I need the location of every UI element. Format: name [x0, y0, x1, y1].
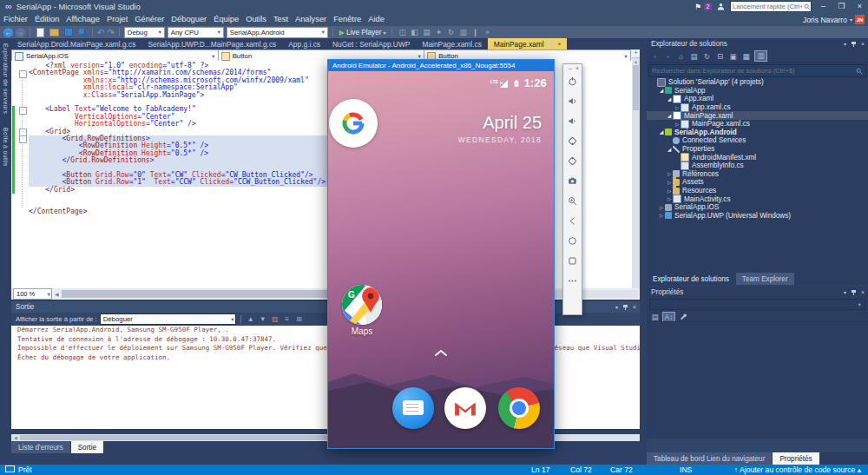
user-menu-caret-icon[interactable]: ▾ — [850, 16, 852, 23]
tree-item-assemblyinfo-cs[interactable]: AssemblyInfo.cs — [647, 162, 868, 170]
tree-open-arrow-icon[interactable]: ◢ — [666, 147, 673, 152]
solution-explorer-search[interactable] — [648, 64, 866, 77]
tree-closed-arrow-icon[interactable]: ▷ — [666, 188, 673, 194]
properties-grid[interactable] — [647, 321, 868, 439]
maps-app-icon[interactable]: G — [342, 285, 382, 325]
navigate-forward-button[interactable]: → — [16, 28, 25, 37]
tree-closed-arrow-icon[interactable]: ▷ — [666, 180, 673, 185]
platform-select[interactable]: Any CPU▼ — [168, 27, 224, 38]
tree-item-app-xaml-cs[interactable]: ▷App.xaml.cs — [647, 103, 868, 112]
previous-message-icon[interactable]: ▲ — [246, 315, 256, 323]
live-player-button[interactable]: ▶ Live Player ▾ — [338, 29, 388, 36]
home-icon[interactable] — [564, 231, 582, 251]
panel-tab-team-explorer[interactable]: Team Explorer — [736, 273, 794, 285]
next-message-icon[interactable]: ▼ — [258, 315, 268, 323]
back-icon[interactable] — [564, 211, 582, 231]
scrollbar-thumb[interactable] — [633, 65, 639, 110]
tree-open-arrow-icon[interactable]: ◢ — [666, 113, 673, 118]
bookmark-next-icon[interactable]: » — [482, 28, 492, 36]
quick-launch-input[interactable] — [731, 3, 804, 10]
target-device-icon[interactable]: ◫ — [397, 28, 407, 36]
menu-analyser[interactable]: Analyser — [292, 13, 330, 26]
tree-closed-arrow-icon[interactable]: ▷ — [666, 196, 673, 201]
pin-icon[interactable] — [549, 41, 555, 47]
navigate-back-button[interactable]: ← — [3, 28, 13, 37]
menu-fenetre[interactable]: Fenêtre — [330, 13, 365, 26]
window-position-caret-icon[interactable]: ▾ — [844, 289, 846, 295]
tree-closed-arrow-icon[interactable]: ▷ — [666, 171, 673, 176]
app-drawer-chevron-icon[interactable] — [434, 349, 448, 357]
tree-closed-arrow-icon[interactable]: ▷ — [674, 122, 681, 127]
panel-tab-explorateur-de-solutions[interactable]: Explorateur de solutions — [647, 273, 735, 285]
tree-item-properties[interactable]: ◢Properties — [647, 145, 868, 154]
overview-icon[interactable] — [564, 251, 582, 271]
nav-forward-icon[interactable]: ◦ — [663, 52, 673, 61]
volume-down-icon[interactable] — [564, 111, 582, 131]
menu-outils[interactable]: Outils — [242, 13, 270, 26]
messages-pane-icon[interactable]: ⊞ — [294, 315, 305, 323]
solution-search-input[interactable] — [649, 67, 856, 75]
properties-icon[interactable]: ▣ — [728, 52, 738, 61]
minimize-button[interactable]: – — [817, 0, 830, 13]
emulator-toolbar-close-icon[interactable]: × — [575, 65, 579, 71]
tree-closed-arrow-icon[interactable]: ▷ — [658, 205, 665, 210]
panel-tab-proprietes[interactable]: Propriétés — [773, 452, 819, 465]
tree-open-arrow-icon[interactable]: ◢ — [666, 96, 673, 102]
tab-mainpage-xaml-cs[interactable]: MainPage.xaml.cs — [416, 38, 487, 49]
tree-item-serialapp-ios[interactable]: ▷SerialApp.iOS — [647, 203, 868, 212]
camera-icon[interactable] — [564, 171, 582, 191]
rotate-right-icon[interactable] — [564, 151, 582, 171]
tree-open-arrow-icon[interactable]: ◢ — [658, 129, 665, 135]
tab-nuget-serialapp-uwp[interactable]: NuGet : SerialApp.UWP — [326, 38, 416, 49]
show-all-files-icon[interactable]: ▦ — [741, 52, 751, 61]
nav-back-icon[interactable]: ◦ — [650, 52, 660, 61]
tree-item-solution-serialapp-4-projets[interactable]: Solution 'SerialApp' (4 projets) — [647, 78, 868, 87]
tree-item-connected-services[interactable]: Connected Services — [647, 136, 868, 145]
panel-tab-liste-d-erreurs[interactable]: Liste d'erreurs — [11, 441, 70, 453]
open-file-icon[interactable] — [49, 27, 60, 37]
add-to-source-control-button[interactable]: ↑ Ajouter au contrôle de code source ▴ — [734, 465, 861, 475]
avatar[interactable]: JN — [855, 15, 865, 24]
tree-item-serialapp[interactable]: ◢SerialApp — [647, 87, 868, 96]
chrome-app-icon[interactable] — [498, 387, 540, 429]
selected-object-select[interactable]: ▼ — [649, 299, 865, 310]
tree-item-assets[interactable]: ▷Assets — [647, 178, 868, 187]
panel-tab-tableau-de-bord-lien-du-navigateur[interactable]: Tableau de bord Lien du navigateur — [647, 452, 772, 465]
options-gear-icon[interactable]: ✦ — [433, 28, 444, 36]
messages-app-icon[interactable] — [392, 387, 434, 429]
menu-generer[interactable]: Générer — [131, 13, 168, 26]
tab-serialapp-uwp-d-mainpage-xaml-g-cs[interactable]: SerialApp.UWP.D...MainPage.xaml.g.cs — [141, 38, 282, 49]
close-panel-icon[interactable]: × — [633, 304, 636, 310]
close-panel-icon[interactable]: × — [861, 289, 865, 295]
debug-configuration-select[interactable]: Debug▼ — [124, 27, 165, 38]
tree-item-serialapp-android[interactable]: ◢SerialApp.Android — [647, 129, 868, 137]
editor-vertical-scrollbar[interactable]: + ▲ — [632, 49, 640, 300]
editor-zoom-select[interactable]: 100 %▼ — [13, 288, 52, 300]
power-icon[interactable] — [564, 71, 582, 91]
home-icon[interactable]: ⌂ — [676, 52, 686, 61]
publish-icon[interactable]: ▥ — [457, 28, 468, 36]
sync-with-active-icon[interactable]: ↻ — [702, 52, 712, 61]
undo-icon[interactable]: ↶ — [97, 28, 104, 37]
preview-selected-icon[interactable]: ▥ — [754, 50, 767, 62]
menu-fichier[interactable]: Fichier — [0, 13, 31, 26]
restore-button[interactable]: ❐ — [835, 0, 848, 13]
tree-item-androidmanifest-xml[interactable]: AndroidManifest.xml — [647, 153, 868, 162]
volume-up-icon[interactable] — [564, 91, 582, 111]
notifications-flag-icon[interactable]: ⚑ — [694, 3, 701, 11]
side-tab-explorateur-de-serveurs[interactable]: Explorateur de serveurs — [0, 38, 11, 122]
menu-affichage[interactable]: Affichage — [62, 13, 103, 26]
feedback-person-icon[interactable] — [717, 3, 725, 10]
redo-icon[interactable]: ↷ — [107, 28, 114, 37]
tree-item-mainpage-xaml-cs[interactable]: ▷MainPage.xaml.cs — [647, 120, 868, 129]
tree-item-mainactivity-cs[interactable]: ▷MainActivity.cs — [647, 195, 868, 203]
split-editor-button[interactable]: + — [632, 49, 640, 58]
date-widget[interactable]: April 25 WEDNESDAY, 2018 — [458, 113, 542, 144]
menu-aide[interactable]: Aide — [365, 13, 388, 26]
switch-views-icon[interactable]: ▤ — [689, 52, 699, 61]
save-all-icon[interactable] — [76, 27, 88, 37]
tab-app-g-i-cs[interactable]: App.g.i.cs — [282, 38, 326, 49]
screen-layout-icon[interactable]: ◧ — [409, 28, 419, 36]
property-pages-wrench-icon[interactable] — [678, 313, 687, 322]
user-name[interactable]: Joris Navarro — [803, 16, 847, 24]
